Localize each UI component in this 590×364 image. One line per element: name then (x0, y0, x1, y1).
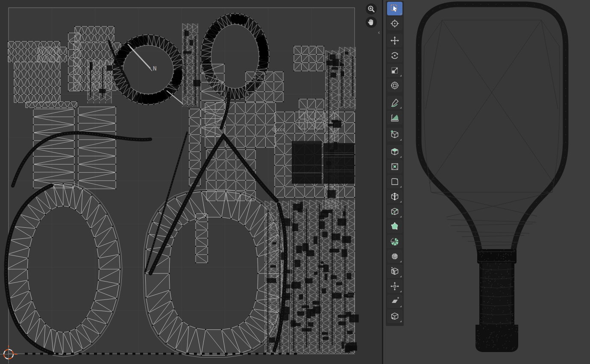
edge-slide-icon (390, 267, 399, 276)
subtool-indicator (400, 156, 402, 158)
extrude-icon (390, 147, 399, 156)
subtool-indicator (400, 216, 402, 217)
tool-button-scale[interactable] (387, 64, 402, 77)
knife-icon (390, 207, 399, 216)
poly-build-icon (390, 222, 399, 231)
inset-icon (390, 162, 399, 171)
cursor-icon (390, 19, 399, 28)
rip-region-icon (390, 311, 399, 321)
tool-button-knife[interactable] (387, 205, 402, 218)
tool-button-measure[interactable] (387, 111, 402, 124)
tool-button-loop-cut[interactable] (387, 190, 402, 203)
subtool-indicator (400, 186, 402, 188)
subtool-indicator (400, 291, 402, 292)
subtool-indicator (400, 107, 402, 109)
paddle-mesh[interactable] (419, 4, 566, 252)
tool-button-rotate[interactable] (387, 49, 402, 62)
tool-button-add-cube[interactable] (387, 128, 402, 141)
move-icon (390, 36, 399, 45)
tool-button-shrink-fatten[interactable] (387, 279, 402, 293)
scale-icon (390, 66, 399, 75)
measure-icon (390, 113, 399, 122)
rotate-icon (390, 51, 399, 60)
select-box-icon (390, 4, 399, 13)
loop-cut-icon (390, 192, 399, 201)
tool-button-annotate[interactable] (387, 96, 402, 109)
subtool-indicator (400, 261, 402, 262)
hand-icon (367, 18, 376, 27)
tool-button-bevel[interactable] (387, 175, 402, 188)
tool-button-edge-slide[interactable] (387, 264, 402, 278)
magnifier-icon (367, 4, 376, 14)
uv-zoom-button[interactable] (366, 3, 377, 15)
uv-gizmo-overlay (366, 3, 377, 28)
annotate-icon (390, 98, 399, 107)
smooth-icon (390, 252, 399, 261)
uv-canvas[interactable]: Nccccc (0, 0, 382, 364)
blender-window: Nccccc (0, 0, 590, 364)
viewport-canvas[interactable] (383, 0, 590, 364)
tool-button-spin[interactable] (387, 235, 402, 248)
subtool-indicator (400, 276, 402, 277)
add-cube-icon (390, 130, 399, 139)
tool-button-smooth[interactable] (387, 250, 402, 263)
subtool-indicator (400, 305, 402, 307)
tool-button-move[interactable] (387, 34, 402, 47)
tool-button-extrude-region[interactable] (387, 145, 402, 159)
tool-button-poly-build[interactable] (387, 220, 402, 233)
subtool-indicator (400, 320, 402, 322)
spin-icon (390, 237, 399, 246)
tool-button-rip-region[interactable] (387, 309, 402, 323)
subtool-indicator (400, 139, 402, 141)
subtool-indicator (400, 13, 402, 15)
tool-button-cursor[interactable] (387, 17, 402, 30)
tool-button-shear[interactable] (387, 294, 402, 308)
tool-button-select-box[interactable] (387, 2, 402, 15)
tool-button-inset-faces[interactable] (387, 160, 402, 173)
shear-icon (390, 296, 399, 306)
uv-editor-panel[interactable]: Nccccc (0, 0, 382, 364)
viewport-toolbar (386, 1, 404, 326)
uv-pan-button[interactable] (366, 17, 377, 28)
region-collapse-chevron[interactable]: ‹ (376, 28, 382, 37)
paddle-grip[interactable] (476, 249, 518, 352)
svg-text:N: N (153, 65, 156, 72)
viewport-3d[interactable] (383, 0, 590, 364)
shrink-fatten-icon (390, 282, 399, 291)
tool-button-transform[interactable] (387, 79, 402, 92)
subtool-indicator (400, 75, 402, 76)
bevel-icon (390, 177, 399, 186)
subtool-indicator (400, 201, 402, 203)
svg-text:ccccc: ccccc (272, 127, 285, 132)
transform-icon (390, 81, 399, 90)
